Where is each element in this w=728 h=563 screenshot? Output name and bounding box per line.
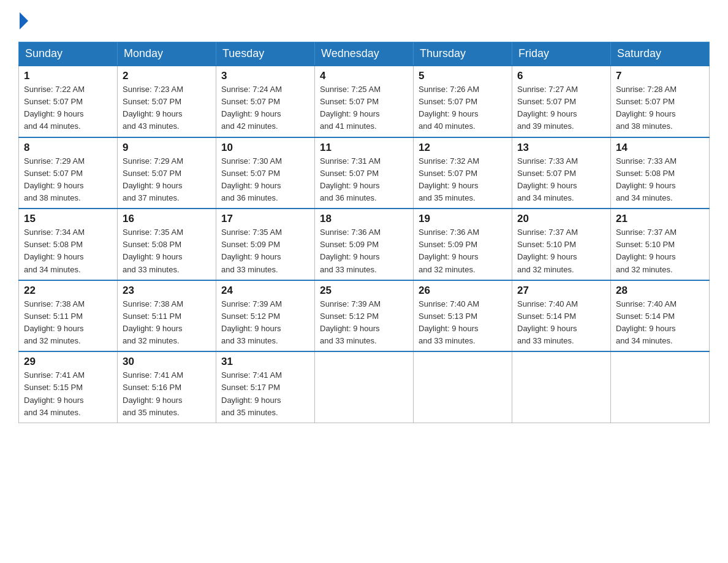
day-info: Sunrise: 7:33 AMSunset: 5:07 PMDaylight:…: [517, 155, 605, 205]
calendar-cell: 27Sunrise: 7:40 AMSunset: 5:14 PMDayligh…: [512, 280, 611, 352]
day-number: 19: [419, 213, 507, 225]
page-header: Blue: [18, 12, 710, 29]
day-info: Sunrise: 7:41 AMSunset: 5:16 PMDaylight:…: [123, 369, 211, 419]
calendar-cell: 3Sunrise: 7:24 AMSunset: 5:07 PMDaylight…: [216, 66, 315, 137]
day-info: Sunrise: 7:36 AMSunset: 5:09 PMDaylight:…: [320, 226, 408, 276]
calendar-cell: [611, 351, 710, 423]
day-number: 17: [221, 213, 309, 225]
day-number: 25: [320, 285, 408, 297]
day-number: 26: [419, 285, 507, 297]
day-number: 7: [616, 70, 704, 82]
calendar-cell: 19Sunrise: 7:36 AMSunset: 5:09 PMDayligh…: [414, 209, 512, 280]
week-row-3: 15Sunrise: 7:34 AMSunset: 5:08 PMDayligh…: [19, 209, 710, 280]
calendar-cell: 26Sunrise: 7:40 AMSunset: 5:13 PMDayligh…: [414, 280, 512, 352]
day-info: Sunrise: 7:26 AMSunset: 5:07 PMDaylight:…: [419, 83, 507, 133]
day-number: 30: [123, 356, 211, 368]
calendar-cell: 6Sunrise: 7:27 AMSunset: 5:07 PMDaylight…: [512, 66, 611, 137]
week-row-5: 29Sunrise: 7:41 AMSunset: 5:15 PMDayligh…: [19, 351, 710, 423]
day-info: Sunrise: 7:24 AMSunset: 5:07 PMDaylight:…: [221, 83, 309, 133]
week-row-4: 22Sunrise: 7:38 AMSunset: 5:11 PMDayligh…: [19, 280, 710, 352]
calendar-cell: 18Sunrise: 7:36 AMSunset: 5:09 PMDayligh…: [315, 209, 414, 280]
calendar-cell: 25Sunrise: 7:39 AMSunset: 5:12 PMDayligh…: [315, 280, 414, 352]
day-info: Sunrise: 7:25 AMSunset: 5:07 PMDaylight:…: [320, 83, 408, 133]
weekday-header-monday: Monday: [118, 42, 216, 66]
weekday-header-tuesday: Tuesday: [216, 42, 315, 66]
day-number: 24: [221, 285, 309, 297]
day-number: 15: [24, 213, 112, 225]
calendar-cell: 29Sunrise: 7:41 AMSunset: 5:15 PMDayligh…: [19, 351, 118, 423]
day-info: Sunrise: 7:40 AMSunset: 5:13 PMDaylight:…: [419, 298, 507, 348]
day-number: 12: [419, 142, 507, 154]
day-number: 4: [320, 70, 408, 82]
calendar-cell: 15Sunrise: 7:34 AMSunset: 5:08 PMDayligh…: [19, 209, 118, 280]
weekday-header-saturday: Saturday: [611, 42, 710, 66]
calendar-cell: 22Sunrise: 7:38 AMSunset: 5:11 PMDayligh…: [19, 280, 118, 352]
day-number: 29: [24, 356, 112, 368]
calendar-cell: 4Sunrise: 7:25 AMSunset: 5:07 PMDaylight…: [315, 66, 414, 137]
calendar-cell: 8Sunrise: 7:29 AMSunset: 5:07 PMDaylight…: [19, 137, 118, 209]
day-number: 8: [24, 142, 112, 154]
day-info: Sunrise: 7:23 AMSunset: 5:07 PMDaylight:…: [123, 83, 211, 133]
day-number: 11: [320, 142, 408, 154]
day-number: 2: [123, 70, 211, 82]
calendar-cell: 31Sunrise: 7:41 AMSunset: 5:17 PMDayligh…: [216, 351, 315, 423]
day-info: Sunrise: 7:39 AMSunset: 5:12 PMDaylight:…: [320, 298, 408, 348]
day-info: Sunrise: 7:40 AMSunset: 5:14 PMDaylight:…: [616, 298, 704, 348]
calendar-cell: 21Sunrise: 7:37 AMSunset: 5:10 PMDayligh…: [611, 209, 710, 280]
calendar-cell: 23Sunrise: 7:38 AMSunset: 5:11 PMDayligh…: [118, 280, 216, 352]
day-info: Sunrise: 7:35 AMSunset: 5:08 PMDaylight:…: [123, 226, 211, 276]
day-info: Sunrise: 7:38 AMSunset: 5:11 PMDaylight:…: [24, 298, 112, 348]
day-info: Sunrise: 7:41 AMSunset: 5:15 PMDaylight:…: [24, 369, 112, 419]
day-info: Sunrise: 7:31 AMSunset: 5:07 PMDaylight:…: [320, 155, 408, 205]
day-info: Sunrise: 7:28 AMSunset: 5:07 PMDaylight:…: [616, 83, 704, 133]
day-info: Sunrise: 7:32 AMSunset: 5:07 PMDaylight:…: [419, 155, 507, 205]
weekday-header-wednesday: Wednesday: [315, 42, 414, 66]
day-info: Sunrise: 7:41 AMSunset: 5:17 PMDaylight:…: [221, 369, 309, 419]
weekday-header-row: SundayMondayTuesdayWednesdayThursdayFrid…: [19, 42, 710, 66]
calendar-cell: 2Sunrise: 7:23 AMSunset: 5:07 PMDaylight…: [118, 66, 216, 137]
day-number: 21: [616, 213, 704, 225]
calendar-cell: 20Sunrise: 7:37 AMSunset: 5:10 PMDayligh…: [512, 209, 611, 280]
day-info: Sunrise: 7:34 AMSunset: 5:08 PMDaylight:…: [24, 226, 112, 276]
day-number: 28: [616, 285, 704, 297]
day-number: 3: [221, 70, 309, 82]
day-number: 13: [517, 142, 605, 154]
weekday-header-sunday: Sunday: [19, 42, 118, 66]
day-info: Sunrise: 7:29 AMSunset: 5:07 PMDaylight:…: [123, 155, 211, 205]
weekday-header-friday: Friday: [512, 42, 611, 66]
day-number: 14: [616, 142, 704, 154]
calendar-cell: 30Sunrise: 7:41 AMSunset: 5:16 PMDayligh…: [118, 351, 216, 423]
calendar-cell: 12Sunrise: 7:32 AMSunset: 5:07 PMDayligh…: [414, 137, 512, 209]
day-number: 23: [123, 285, 211, 297]
calendar-cell: [315, 351, 414, 423]
day-info: Sunrise: 7:38 AMSunset: 5:11 PMDaylight:…: [123, 298, 211, 348]
day-info: Sunrise: 7:27 AMSunset: 5:07 PMDaylight:…: [517, 83, 605, 133]
day-number: 18: [320, 213, 408, 225]
day-info: Sunrise: 7:40 AMSunset: 5:14 PMDaylight:…: [517, 298, 605, 348]
day-number: 16: [123, 213, 211, 225]
day-info: Sunrise: 7:37 AMSunset: 5:10 PMDaylight:…: [517, 226, 605, 276]
calendar-cell: 1Sunrise: 7:22 AMSunset: 5:07 PMDaylight…: [19, 66, 118, 137]
logo: Blue: [18, 12, 29, 29]
week-row-1: 1Sunrise: 7:22 AMSunset: 5:07 PMDaylight…: [19, 66, 710, 137]
calendar-table: SundayMondayTuesdayWednesdayThursdayFrid…: [18, 42, 710, 423]
logo-arrow-icon: [20, 12, 28, 29]
calendar-cell: [414, 351, 512, 423]
day-number: 5: [419, 70, 507, 82]
calendar-cell: 7Sunrise: 7:28 AMSunset: 5:07 PMDaylight…: [611, 66, 710, 137]
weekday-header-thursday: Thursday: [414, 42, 512, 66]
day-info: Sunrise: 7:33 AMSunset: 5:08 PMDaylight:…: [616, 155, 704, 205]
day-number: 1: [24, 70, 112, 82]
calendar-cell: 24Sunrise: 7:39 AMSunset: 5:12 PMDayligh…: [216, 280, 315, 352]
calendar-cell: 13Sunrise: 7:33 AMSunset: 5:07 PMDayligh…: [512, 137, 611, 209]
calendar-cell: 5Sunrise: 7:26 AMSunset: 5:07 PMDaylight…: [414, 66, 512, 137]
day-number: 22: [24, 285, 112, 297]
calendar-cell: 11Sunrise: 7:31 AMSunset: 5:07 PMDayligh…: [315, 137, 414, 209]
calendar-cell: [512, 351, 611, 423]
day-number: 9: [123, 142, 211, 154]
day-info: Sunrise: 7:22 AMSunset: 5:07 PMDaylight:…: [24, 83, 112, 133]
day-info: Sunrise: 7:30 AMSunset: 5:07 PMDaylight:…: [221, 155, 309, 205]
day-info: Sunrise: 7:35 AMSunset: 5:09 PMDaylight:…: [221, 226, 309, 276]
calendar-cell: 9Sunrise: 7:29 AMSunset: 5:07 PMDaylight…: [118, 137, 216, 209]
day-info: Sunrise: 7:39 AMSunset: 5:12 PMDaylight:…: [221, 298, 309, 348]
